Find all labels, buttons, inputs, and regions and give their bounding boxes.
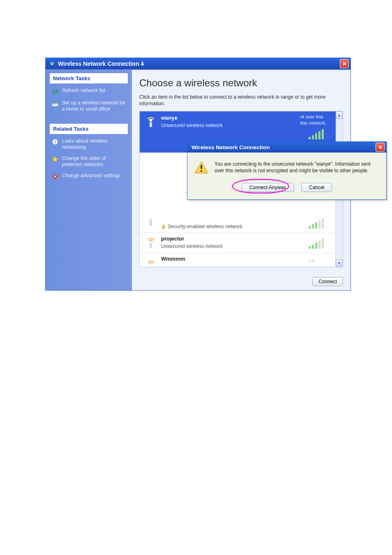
access-point-icon xyxy=(144,115,158,129)
close-icon: ✕ xyxy=(342,61,347,67)
access-point-icon xyxy=(144,236,158,250)
svg-rect-18 xyxy=(150,219,152,226)
refresh-icon xyxy=(51,88,59,95)
dialog-message: You are connecting to the unsecured netw… xyxy=(214,161,380,174)
task-change-advanced[interactable]: Change advanced settings xyxy=(50,170,128,183)
lock-icon xyxy=(161,224,166,229)
svg-rect-28 xyxy=(312,245,314,249)
svg-rect-23 xyxy=(318,220,321,229)
network-item-wmmmm[interactable]: Wmmmm xyxy=(140,253,336,267)
svg-rect-30 xyxy=(318,240,321,249)
task-label: Change the order of preferred networks xyxy=(62,155,127,168)
network-ssid: projector xyxy=(161,236,223,242)
cancel-button[interactable]: Cancel xyxy=(301,183,332,192)
network-ssid: wanye xyxy=(161,115,223,121)
svg-rect-21 xyxy=(312,224,314,229)
network-security: Security-enabled wireless network xyxy=(161,224,242,229)
access-point-icon xyxy=(144,256,158,267)
star-icon xyxy=(51,155,59,163)
svg-rect-13 xyxy=(309,137,311,139)
window-titlebar[interactable]: Wireless Network Connection 4 ✕ xyxy=(46,58,350,69)
svg-rect-31 xyxy=(322,238,324,249)
selected-overflow-text: nt over this this network, xyxy=(300,114,327,126)
svg-rect-35 xyxy=(201,165,202,169)
network-tasks-header: Network Tasks xyxy=(50,73,128,83)
dialog-title: Wireless Network Connection xyxy=(191,144,270,150)
svg-rect-25 xyxy=(150,243,152,248)
svg-rect-14 xyxy=(312,135,314,139)
network-security: Unsecured wireless network xyxy=(161,243,223,249)
task-setup-wireless-network[interactable]: Set up a wireless network for a home or … xyxy=(50,97,128,115)
task-label: Change advanced settings xyxy=(62,173,120,179)
task-change-order[interactable]: Change the order of preferred networks xyxy=(50,153,128,170)
svg-rect-34 xyxy=(312,259,314,262)
svg-rect-11 xyxy=(150,122,152,127)
svg-point-6 xyxy=(54,176,56,177)
gear-icon xyxy=(51,173,59,180)
signal-strength-icon xyxy=(308,238,327,250)
wireless-network-window: Wireless Network Connection 4 ✕ Network … xyxy=(45,58,351,291)
scroll-down-button[interactable]: ▼ xyxy=(336,259,343,267)
svg-rect-15 xyxy=(315,133,317,139)
signal-strength-icon xyxy=(308,257,327,267)
signal-strength-icon xyxy=(308,129,327,140)
svg-rect-17 xyxy=(322,129,324,139)
svg-point-36 xyxy=(201,170,202,172)
svg-rect-27 xyxy=(309,246,311,249)
wireless-icon xyxy=(49,60,55,67)
task-label: Set up a wireless network for a home or … xyxy=(62,100,127,112)
setup-network-icon xyxy=(51,100,59,107)
window-title: Wireless Network Connection 4 xyxy=(58,60,340,67)
dialog-titlebar[interactable]: Wireless Network Connection ✕ xyxy=(187,142,386,153)
network-ssid: Wmmmm xyxy=(161,256,185,262)
svg-rect-24 xyxy=(322,218,324,229)
svg-rect-16 xyxy=(318,131,321,139)
scroll-up-button[interactable]: ▲ xyxy=(336,111,343,119)
svg-rect-20 xyxy=(309,226,311,229)
main-panel: Choose a wireless network Click an item … xyxy=(132,70,350,290)
page-title: Choose a wireless network xyxy=(139,77,343,89)
svg-point-2 xyxy=(54,102,56,104)
task-learn-wireless[interactable]: i Learn about wireless networking xyxy=(50,136,128,153)
close-icon: ✕ xyxy=(378,144,383,150)
svg-rect-19 xyxy=(162,226,165,229)
instruction-text: Click an item in the list below to conne… xyxy=(139,94,343,107)
svg-rect-22 xyxy=(315,222,317,229)
connect-button[interactable]: Connect xyxy=(312,277,343,286)
network-item-projector[interactable]: projector Unsecured wireless network xyxy=(140,233,336,253)
svg-rect-33 xyxy=(309,260,311,262)
warning-icon xyxy=(194,161,209,174)
task-label: Refresh network list xyxy=(62,88,105,94)
access-point-icon xyxy=(144,215,158,229)
unsecured-warning-dialog: Wireless Network Connection ✕ You are co… xyxy=(187,141,387,200)
signal-strength-icon xyxy=(308,218,327,229)
dialog-close-button[interactable]: ✕ xyxy=(376,143,385,152)
connect-anyway-button[interactable]: Connect Anyway xyxy=(242,183,294,192)
svg-text:i: i xyxy=(54,139,55,144)
svg-rect-29 xyxy=(315,243,317,249)
related-tasks-header: Related Tasks xyxy=(50,124,128,134)
info-icon: i xyxy=(51,138,59,146)
task-refresh-network-list[interactable]: Refresh network list xyxy=(50,85,128,97)
sidebar: Network Tasks Refresh network list Set u… xyxy=(46,70,132,290)
window-close-button[interactable]: ✕ xyxy=(340,59,349,68)
network-security: Unsecured wireless network xyxy=(161,123,223,128)
task-label: Learn about wireless networking xyxy=(62,138,127,150)
